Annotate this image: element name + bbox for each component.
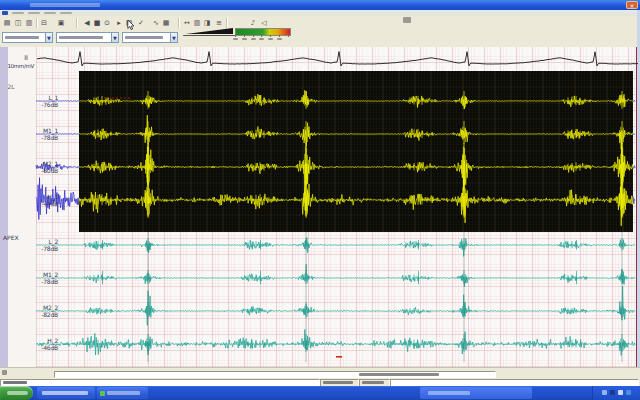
mouse-cursor — [127, 20, 135, 31]
channel-name-label: H_1 — [6, 193, 58, 200]
channel-gain-label: -82dB — [6, 311, 58, 318]
channel-gain-label: -78dB — [6, 134, 58, 141]
channel-gain-label: -80dB — [6, 167, 58, 174]
pcg-lower-trace — [36, 330, 635, 356]
channel-gain-label: -78dB — [6, 245, 58, 252]
waveform-canvas — [0, 0, 640, 400]
channel-gain-label: -44dB — [6, 200, 58, 207]
channel-name-label: H_2 — [6, 337, 58, 344]
channel-name-label: M1_2 — [6, 271, 58, 278]
channel-gain-label: -46dB — [6, 344, 58, 351]
channel-gain-label: -78dB — [6, 278, 58, 285]
channel-name-label: M2_2 — [6, 304, 58, 311]
channel-name-label: M1_1 — [6, 127, 58, 134]
channel-name-label: M2_1 — [6, 160, 58, 167]
channel-gain-label: -76dB — [6, 101, 58, 108]
pcg-lower-trace — [36, 264, 635, 287]
pcg-lower-trace — [36, 237, 635, 256]
ecg-trace — [37, 52, 638, 66]
ecg-lead-label: II — [0, 54, 28, 62]
annotation-tick — [336, 356, 342, 358]
channel-name-label: L_1 — [6, 94, 58, 101]
pcg-lower-trace — [36, 286, 635, 325]
ecg-scale-label: 10mm/mV — [0, 63, 34, 69]
app-window: × ▤◫▥⊟▣◀■⊙▸▨✓∿▦↔▥◨≡♪◁ ▼ ▼ ▼ — [0, 0, 640, 400]
channel-name-label: L_2 — [6, 238, 58, 245]
site-label-upper: 2L — [8, 83, 15, 90]
